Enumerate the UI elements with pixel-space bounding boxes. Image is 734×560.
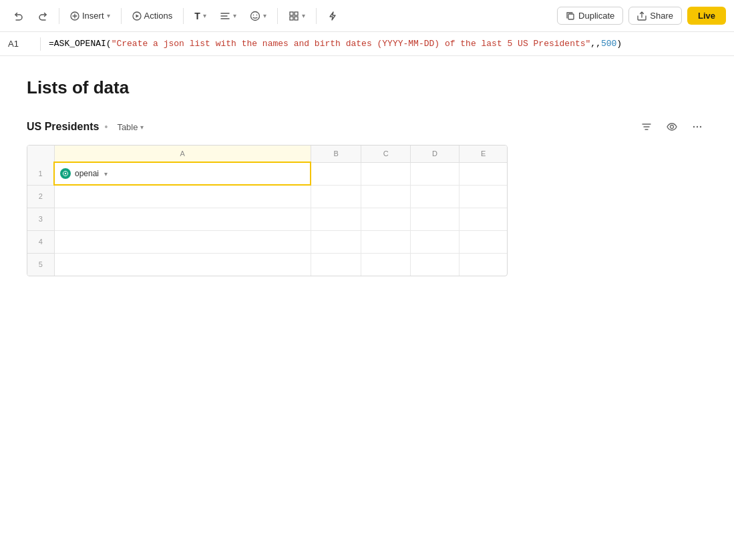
redo-button[interactable] [32,7,53,25]
table-section-title: US Presidents [27,121,99,133]
insert-chevron-icon: ▾ [107,12,110,19]
row-num-4: 4 [27,230,54,253]
insert-label: Insert [82,11,104,21]
cell-a5[interactable] [54,253,311,276]
cell-d5[interactable] [410,253,459,276]
divider-5 [316,8,317,24]
cell-b2[interactable] [311,185,361,208]
cell-b3[interactable] [311,208,361,230]
col-header-a[interactable]: A [54,146,311,162]
col-header-d[interactable]: D [410,146,459,162]
cell-dropdown-icon[interactable]: ▾ [104,170,108,178]
cell-b4[interactable] [311,230,361,253]
eye-icon [667,121,677,132]
more-button[interactable] [687,117,707,137]
svg-point-3 [252,14,254,15]
cell-c2[interactable] [361,185,410,208]
table-view-button[interactable]: Table ▾ [113,120,148,134]
table-row: 1 openai ▾ [27,162,507,185]
table-row: 5 [27,253,507,276]
align-button[interactable]: ▾ [214,7,242,25]
text-format-icon: T [194,11,200,21]
share-button[interactable]: Share [628,7,682,25]
cell-a2[interactable] [54,185,311,208]
undo-button[interactable] [8,7,29,25]
duplicate-label: Duplicate [578,11,614,21]
table-section-dot: • [104,121,108,132]
cell-e2[interactable] [460,185,507,208]
svg-point-10 [671,125,674,129]
emoji-chevron-icon: ▾ [263,12,266,19]
cell-d1[interactable] [410,162,459,185]
cell-a3[interactable] [54,208,311,230]
cell-d3[interactable] [410,208,459,230]
formula-content[interactable]: =ASK_OPENAI("Create a json list with the… [49,39,622,49]
filter-icon [641,121,652,132]
table-row: 3 [27,208,507,230]
cell-d2[interactable] [410,185,459,208]
cell-d4[interactable] [410,230,459,253]
table-row: 4 [27,230,507,253]
insert-button[interactable]: Insert ▾ [65,7,116,24]
formula-divider [40,37,41,51]
flash-icon [327,11,338,21]
text-format-button[interactable]: T ▾ [189,7,212,25]
play-circle-icon [132,11,142,21]
formula-bar: A1 =ASK_OPENAI("Create a json list with … [0,32,734,56]
openai-logo [62,170,69,177]
cell-c5[interactable] [361,253,410,276]
spreadsheet-table: A B C D E 1 [27,146,507,276]
row-num-5: 5 [27,253,54,276]
main-content: Lists of data US Presidents • Table ▾ [0,56,734,298]
cell-a1[interactable]: openai ▾ [54,162,311,185]
cell-e1[interactable] [460,162,507,185]
page-title: Lists of data [27,77,707,98]
duplicate-button[interactable]: Duplicate [557,7,623,25]
col-header-c[interactable]: C [361,146,410,162]
cell-a4[interactable] [54,230,311,253]
cell-b5[interactable] [311,253,361,276]
cell-e3[interactable] [460,208,507,230]
formula-close: ) [616,39,622,49]
column-header-row: A B C D E [27,146,507,162]
cell-e5[interactable] [460,253,507,276]
more-icon [692,121,703,132]
svg-point-11 [693,126,695,127]
col-header-e[interactable]: E [460,146,507,162]
row-num-1: 1 [27,162,54,185]
live-label: Live [698,11,715,21]
cell-e4[interactable] [460,230,507,253]
live-button[interactable]: Live [687,7,726,25]
undo-icon [13,11,24,21]
cell-c1[interactable] [361,162,410,185]
svg-rect-5 [290,12,293,15]
emoji-icon [250,11,260,21]
col-header-b[interactable]: B [311,146,361,162]
cell-b1[interactable] [311,162,361,185]
share-label: Share [650,11,673,21]
row-num-2: 2 [27,185,54,208]
row-num-3: 3 [27,208,54,230]
actions-label: Actions [144,11,173,21]
svg-point-14 [65,173,66,174]
toolbar: Insert ▾ Actions T ▾ ▾ ▾ [0,0,734,32]
table-section-header: US Presidents • Table ▾ [27,117,707,137]
svg-point-12 [697,126,698,127]
cell-a1-label: openai [75,169,99,178]
cell-c3[interactable] [361,208,410,230]
emoji-button[interactable]: ▾ [244,7,272,25]
divider-3 [183,8,184,24]
table-view-chevron-icon: ▾ [140,123,144,131]
cell-c4[interactable] [361,230,410,253]
grid-button[interactable]: ▾ [283,7,311,25]
actions-button[interactable]: Actions [127,7,178,24]
align-icon [220,11,230,21]
formula-num: 500 [601,39,616,49]
openai-icon [60,168,71,179]
cell-a1-content: openai ▾ [60,168,305,179]
share-icon [637,11,647,21]
formula-args: ,, [590,39,601,49]
eye-button[interactable] [662,117,682,137]
flash-button[interactable] [322,7,343,25]
filter-button[interactable] [636,117,657,137]
